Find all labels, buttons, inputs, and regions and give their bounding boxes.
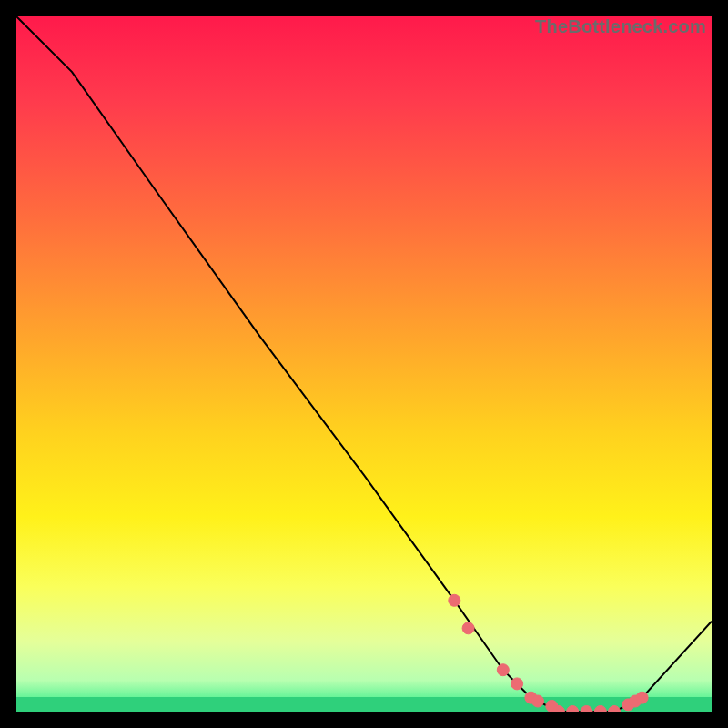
- plot-area: TheBottleneck.com: [16, 16, 712, 712]
- data-marker: [567, 706, 579, 713]
- curve-path: [16, 16, 712, 712]
- data-marker: [636, 692, 648, 703]
- data-marker: [449, 594, 460, 606]
- data-marker: [511, 678, 523, 690]
- watermark-text: TheBottleneck.com: [535, 16, 706, 37]
- data-marker: [594, 706, 606, 713]
- data-marker: [532, 695, 544, 707]
- data-marker: [581, 706, 592, 713]
- data-marker: [609, 706, 621, 713]
- chart-frame: TheBottleneck.com: [0, 0, 728, 728]
- data-marker: [497, 664, 509, 676]
- data-marker: [462, 622, 474, 634]
- marker-group: [449, 594, 648, 712]
- bottleneck-curve: [16, 16, 712, 712]
